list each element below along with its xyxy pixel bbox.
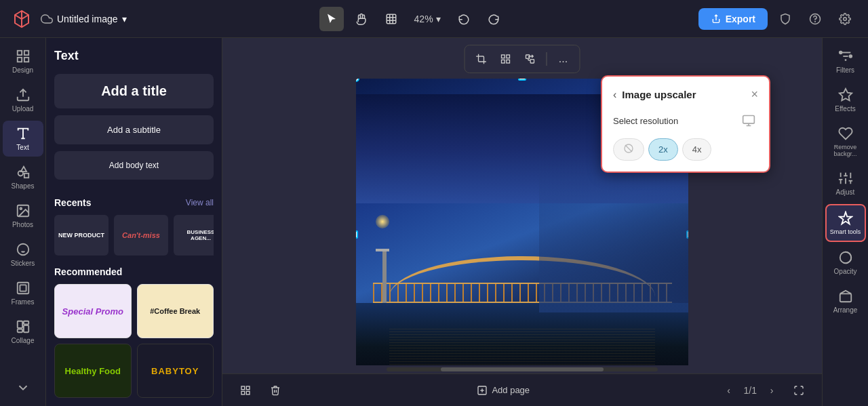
- right-item-effects[interactable]: Effects: [825, 82, 866, 118]
- toolbar-center: 42% ▾: [135, 7, 690, 31]
- res-btn-disabled[interactable]: [613, 138, 644, 161]
- prev-page-btn[interactable]: ‹: [719, 381, 738, 400]
- svg-rect-0: [387, 14, 396, 24]
- right-label-effects: Effects: [835, 105, 855, 113]
- recents-section-header: Recents View all: [54, 197, 214, 208]
- resolution-label: Select resolution: [613, 116, 678, 126]
- view-all-link[interactable]: View all: [186, 198, 214, 207]
- more-btn[interactable]: ...: [553, 48, 574, 70]
- right-label-adjust: Adjust: [836, 188, 855, 196]
- add-body-btn[interactable]: Add body text: [54, 151, 214, 180]
- sidebar-item-upload[interactable]: Upload: [3, 82, 43, 118]
- svg-rect-24: [502, 60, 505, 63]
- recent-item-2[interactable]: BUSINESS AGEN...: [174, 215, 214, 256]
- rec-item-0[interactable]: Special Promo: [54, 284, 132, 338]
- sidebar-label-stickers: Stickers: [11, 260, 35, 267]
- right-item-opacity[interactable]: Opacity: [825, 245, 866, 281]
- sidebar-collapse[interactable]: [3, 375, 43, 401]
- scrollbar-track[interactable]: [387, 367, 658, 371]
- crop-btn[interactable]: [471, 48, 492, 70]
- right-item-remove-bg[interactable]: Remove backgr...: [825, 121, 866, 163]
- grid-view-btn[interactable]: [233, 378, 258, 403]
- sidebar-item-text[interactable]: Text: [3, 121, 43, 157]
- right-item-adjust[interactable]: Adjust: [825, 165, 866, 201]
- remove-bg-icon: [838, 126, 853, 141]
- sidebar-label-upload: Upload: [12, 105, 34, 113]
- grid-view-icon: [240, 385, 251, 396]
- settings-btn[interactable]: [833, 7, 857, 31]
- text-icon: [16, 126, 31, 141]
- sidebar-item-photos[interactable]: Photos: [3, 198, 43, 234]
- light-glow: [376, 215, 389, 228]
- cursor-tool[interactable]: [319, 7, 344, 31]
- photos-icon: [16, 203, 31, 218]
- right-label-filters: Filters: [836, 66, 854, 74]
- right-item-filters[interactable]: Filters: [825, 43, 866, 79]
- res-btn-2x[interactable]: 2x: [648, 138, 678, 161]
- svg-point-14: [20, 207, 22, 209]
- grid2-btn[interactable]: [495, 48, 517, 70]
- recents-label: Recents: [54, 197, 91, 208]
- zoom-level: 42%: [414, 14, 433, 24]
- more-icon: ...: [559, 53, 568, 65]
- sidebar-label-text: Text: [16, 144, 28, 151]
- right-label-opacity: Opacity: [834, 268, 857, 275]
- scrollbar-thumb[interactable]: [441, 367, 604, 371]
- filters-icon: [838, 49, 853, 64]
- sidebar-item-shapes[interactable]: Shapes: [3, 159, 43, 195]
- recommended-grid: Special Promo #Coffee Break Healthy Food…: [54, 284, 214, 398]
- sidebar-item-frames[interactable]: Frames: [3, 275, 43, 311]
- recent-item-0[interactable]: NEW PRODUCT: [54, 215, 108, 256]
- undo-btn[interactable]: [452, 7, 476, 31]
- expand-btn[interactable]: [787, 378, 811, 403]
- frame-tool[interactable]: [379, 7, 403, 31]
- file-title-area[interactable]: Untitled image ▾: [41, 13, 127, 25]
- redo-btn[interactable]: [481, 7, 506, 31]
- svg-rect-7: [24, 58, 28, 62]
- add-page-btn[interactable]: Add page: [470, 381, 536, 400]
- sidebar-item-collage[interactable]: Collage: [3, 314, 43, 350]
- res-btn-4x[interactable]: 4x: [682, 138, 712, 161]
- svg-rect-18: [17, 321, 22, 328]
- help-icon: [809, 13, 821, 25]
- next-page-btn[interactable]: ›: [762, 381, 781, 400]
- upscaler-back-btn[interactable]: ‹: [613, 89, 616, 101]
- svg-rect-28: [241, 386, 245, 390]
- right-item-arrange[interactable]: Arrange: [825, 283, 866, 319]
- prev-icon: ‹: [727, 385, 730, 396]
- zoom-selector[interactable]: 42% ▾: [409, 11, 446, 27]
- buildings-layer: [539, 157, 689, 312]
- zoom-chevron: ▾: [436, 14, 441, 24]
- export-button[interactable]: Export: [698, 8, 768, 30]
- add-title-btn[interactable]: Add a title: [54, 74, 214, 108]
- hand-tool[interactable]: [349, 7, 374, 31]
- sidebar-label-frames: Frames: [12, 298, 35, 306]
- back-icon: ‹: [613, 89, 616, 100]
- svg-point-41: [839, 52, 842, 54]
- crop-icon: [476, 54, 487, 64]
- cloud-icon: [41, 13, 53, 25]
- rec-item-2[interactable]: Healthy Food: [54, 344, 132, 398]
- sidebar-item-design[interactable]: Design: [3, 43, 43, 79]
- sidebar-label-photos: Photos: [12, 221, 33, 228]
- adjust-icon: [838, 171, 853, 186]
- horizontal-scrollbar[interactable]: [222, 365, 822, 373]
- shield-btn[interactable]: [773, 7, 797, 31]
- svg-point-3: [844, 17, 847, 20]
- help-btn[interactable]: [803, 7, 827, 31]
- svg-marker-43: [839, 89, 851, 100]
- bottom-center-tools: Add page: [470, 381, 536, 400]
- frames-icon: [16, 281, 31, 296]
- delete-btn[interactable]: [263, 378, 288, 403]
- replace-btn[interactable]: [519, 48, 541, 70]
- add-subtitle-btn[interactable]: Add a subtitle: [54, 115, 214, 144]
- right-item-smart-tools[interactable]: Smart tools: [825, 204, 866, 242]
- rec-item-3[interactable]: BABYTOY: [137, 344, 214, 398]
- sidebar-item-stickers[interactable]: Stickers: [3, 237, 43, 272]
- replace-icon: [525, 54, 536, 64]
- file-name: Untitled image: [57, 14, 118, 24]
- toolbar-divider: [547, 52, 547, 66]
- rec-item-1[interactable]: #Coffee Break: [137, 284, 214, 338]
- recent-item-1[interactable]: Can't-miss: [114, 215, 168, 256]
- upscaler-close-btn[interactable]: ×: [751, 87, 758, 102]
